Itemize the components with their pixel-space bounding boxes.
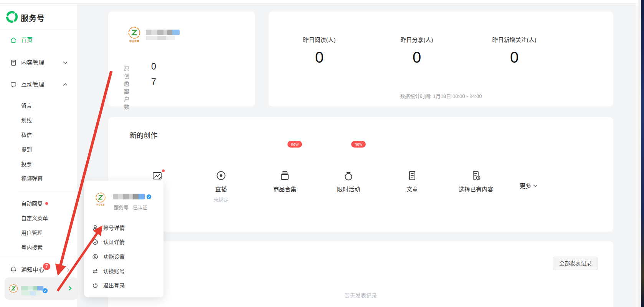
popup-avatar: 中合优草 (94, 192, 107, 206)
verified-check-icon (92, 239, 99, 246)
blurred-account-name (113, 194, 145, 199)
existing-content-icon (470, 169, 482, 182)
creation-item-article[interactable]: 文章 (389, 169, 435, 193)
content-icon (10, 59, 17, 66)
popup-item-label: 切换账号 (103, 267, 125, 275)
sidebar-account-card[interactable] (5, 277, 78, 300)
avatar-text: 中合优草 (127, 39, 142, 43)
metric-yesterday-shares: 昨日分享(人) 0 (375, 35, 459, 66)
creation-item-live[interactable]: 直播 未绑定 (198, 169, 244, 203)
red-dot-indicator (45, 202, 48, 205)
creation-item-label: 直播 (198, 185, 244, 193)
live-icon (215, 169, 227, 182)
divider (0, 30, 77, 30)
scrollbar-track[interactable] (638, 0, 641, 307)
sidebar-item-home[interactable]: 首页 (0, 35, 77, 45)
metric-yesterday-reads: 昨日阅读(人) 0 (277, 35, 362, 66)
verified-badge-icon (146, 194, 152, 199)
sidebar-item-video-danmu[interactable]: 视频弹幕 (21, 175, 43, 183)
stats-time-note: 数据统计时间: 1月18日 00:00 - 24:00 (269, 92, 613, 100)
metric-yesterday-new-followers: 昨日新增关注(人) 0 (472, 35, 556, 66)
metric-label: 昨日新增关注(人) (472, 35, 556, 43)
popup-item-feature-settings[interactable]: 功能设置 (84, 252, 163, 261)
account-type-line: 服务号已认证 (114, 204, 147, 211)
app-title: 服务号 (21, 12, 45, 23)
blurred-account-name (146, 30, 180, 35)
window-edge (641, 0, 644, 307)
sidebar-item-notification-center[interactable]: 通知中心 7 (0, 265, 77, 274)
sidebar-item-auto-reply[interactable]: 自动回复 (21, 200, 43, 207)
creation-item-existing-content[interactable]: 选择已有内容 (453, 169, 499, 193)
more-button[interactable]: 更多 (520, 181, 538, 189)
chevron-down-icon (533, 184, 538, 188)
metric-value: 0 (277, 49, 362, 66)
sidebar-item-interaction-mgmt[interactable]: 互动管理 (0, 80, 77, 89)
home-icon (10, 37, 17, 43)
works-icon (151, 169, 163, 182)
blurred-account-name (21, 286, 43, 290)
yesterday-metrics-card: 昨日阅读(人) 0 昨日分享(人) 0 昨日新增关注(人) 0 数据统计时间: … (269, 12, 613, 106)
power-icon (92, 282, 99, 289)
section-title: 新的创作 (130, 130, 157, 140)
creation-item-sub: 未绑定 (198, 196, 244, 203)
switch-icon (92, 268, 99, 275)
sidebar-item-private-msg[interactable]: 私信 (21, 131, 32, 139)
metric-label: 昨日阅读(人) (277, 35, 362, 43)
popup-item-verification-details[interactable]: 认证详情 (84, 238, 163, 246)
gear-icon (92, 253, 99, 260)
popup-item-logout[interactable]: 退出登录 (84, 281, 163, 290)
user-icon (92, 224, 99, 231)
sidebar-item-comments[interactable]: 留言 (21, 102, 32, 110)
sidebar-item-underline[interactable]: 划线 (21, 116, 32, 124)
popup-item-label: 认证详情 (103, 238, 125, 246)
stat-label: 总用户数 (124, 80, 129, 110)
creation-item-limited-activity[interactable]: 限时活动 (325, 169, 372, 193)
sidebar-item-votes[interactable]: 投票 (21, 160, 32, 168)
sidebar-item-user-mgmt[interactable]: 用户管理 (21, 229, 43, 237)
sidebar-item-custom-menu[interactable]: 自定义菜单 (21, 214, 48, 222)
bell-icon (10, 266, 17, 273)
account-popup-menu: 中合优草 服务号已认证 账号详情 认证详情 功能设置 (84, 181, 163, 297)
divider (18, 191, 77, 191)
new-badge: new (351, 141, 366, 148)
metric-value: 0 (472, 49, 556, 66)
sidebar-item-label: 内容管理 (21, 58, 44, 67)
notification-badge: 7 (43, 263, 50, 270)
empty-records-text: 暂无发表记录 (108, 291, 613, 299)
blurred-account-name (146, 36, 175, 40)
divider (0, 257, 77, 257)
chat-icon (10, 81, 17, 88)
metric-value: 0 (375, 49, 459, 66)
new-creation-card: 新的创作 直播 未绑定 (108, 117, 613, 232)
top-strip (0, 0, 641, 4)
verify-status: 已认证 (133, 205, 148, 211)
page: 服务号 首页 内容管理 互动管理 (0, 0, 644, 307)
sidebar-item-account-search[interactable]: 号内搜索 (21, 244, 43, 251)
creation-item-goods-collection[interactable]: 商品合集 (262, 169, 308, 193)
new-badge: new (287, 141, 302, 148)
popup-item-label: 功能设置 (103, 252, 125, 261)
chevron-up-icon (63, 83, 68, 86)
blurred-account-name (21, 291, 40, 295)
chevron-right-icon (68, 286, 73, 291)
red-dot-indicator (162, 169, 165, 172)
verified-badge-icon (42, 288, 48, 294)
publish-records-card: 全部发表记录 暂无发表记录 (108, 241, 613, 307)
creation-item-label: 选择已有内容 (453, 185, 499, 193)
all-publish-records-button[interactable]: 全部发表记录 (553, 257, 598, 270)
article-icon (406, 169, 418, 182)
sidebar-item-label: 互动管理 (21, 80, 44, 89)
popup-item-switch-account[interactable]: 切换账号 (84, 267, 163, 275)
sidebar-item-content-mgmt[interactable]: 内容管理 (0, 58, 77, 67)
stat-value: 0 (151, 61, 156, 72)
sidebar: 服务号 首页 内容管理 互动管理 (0, 4, 77, 307)
popup-item-account-details[interactable]: 账号详情 (84, 224, 163, 232)
chevron-down-icon (63, 61, 68, 65)
sidebar-item-mentions[interactable]: 提到 (21, 146, 32, 153)
creation-item-label: 商品合集 (262, 185, 308, 193)
stat-value: 7 (151, 77, 156, 87)
avatar (9, 284, 18, 293)
account-avatar: 中合优草 (127, 26, 142, 43)
sidebar-item-label: 首页 (21, 35, 33, 45)
popup-item-label: 账号详情 (103, 224, 125, 232)
